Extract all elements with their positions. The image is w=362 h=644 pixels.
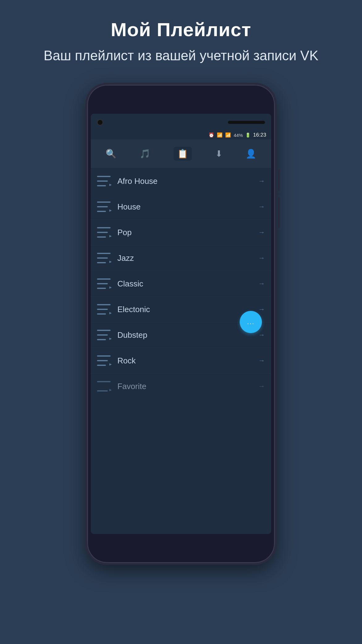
page-subtitle: Ваш плейлист из вашей учетной записи VK [25,47,337,64]
list-item[interactable]: Rock → ... [91,348,271,374]
fab-button[interactable]: ... [240,311,262,333]
playlist-item-icon [97,330,111,340]
arrow-icon: → [258,177,265,185]
phone-screen: ⏰ 📶 📶 44% 🔋 16:23 🔍 🎵 📋 ⬇ 👤 [91,114,271,534]
playlist-item-label: Dubstep [117,330,255,340]
playlist-item-icon [97,355,111,366]
playlist-item-label: Afro House [117,176,255,186]
header-section: Мой Плейлист Ваш плейлист из вашей учетн… [0,0,362,77]
playlist-item-label: Jazz [117,253,255,263]
arrow-icon: → [258,228,265,236]
tab-search[interactable]: 🔍 [101,146,121,161]
tab-bar: 🔍 🎵 📋 ⬇ 👤 [91,139,271,168]
battery-level: 44% [234,133,243,138]
speaker [228,121,265,124]
list-item[interactable]: Classic → [91,271,271,297]
playlist-content: Afro House → House → Pop → [91,168,271,534]
playlist-item-icon [97,304,111,315]
playlist-item-label: Electonic [117,305,255,314]
page-title: Мой Плейлист [25,19,337,40]
list-item[interactable]: Favorite → [91,374,271,399]
profile-icon: 👤 [246,149,256,159]
tab-playlist[interactable]: 📋 [169,144,197,163]
playlist-item-icon [97,278,111,289]
arrow-icon: → [258,331,265,339]
phone-top-bar [91,114,271,131]
list-item[interactable]: Pop → [91,220,271,245]
wifi-icon: 📶 [217,132,223,138]
camera [97,119,103,125]
list-item[interactable]: House → [91,194,271,220]
playlist-item-icon [97,253,111,263]
list-item[interactable]: Afro House → [91,168,271,194]
search-icon: 🔍 [106,149,116,159]
alarm-icon: ⏰ [208,132,214,138]
battery-icon: 🔋 [245,133,250,138]
playlist-item-label: Classic [117,279,255,289]
playlist-item-label: House [117,202,255,212]
tab-profile[interactable]: 👤 [241,146,261,161]
arrow-icon: → [258,382,265,390]
tab-download[interactable]: ⬇ [210,146,227,161]
music-icon: 🎵 [140,149,150,159]
phone-wrapper: ⏰ 📶 📶 44% 🔋 16:23 🔍 🎵 📋 ⬇ 👤 [85,83,277,565]
playlist-item-label: Favorite [117,382,255,391]
arrow-icon: → [258,305,265,313]
volume-up-button[interactable] [278,169,280,191]
playlist-item-label: Pop [117,228,255,237]
volume-down-button[interactable] [278,197,280,228]
download-icon: ⬇ [215,149,222,159]
playlist-item-label: Rock [117,356,255,366]
arrow-icon: → [258,254,265,262]
status-bar: ⏰ 📶 📶 44% 🔋 16:23 [91,131,271,139]
playlist-item-icon [97,201,111,212]
tab-music[interactable]: 🎵 [135,146,155,161]
fab-dots-icon: ... [247,318,255,326]
playlist-item-icon [97,176,111,186]
arrow-icon: → [258,357,265,365]
list-item[interactable]: Jazz → [91,245,271,271]
playlist-item-icon [97,227,111,238]
playlist-item-icon [97,381,111,392]
playlist-icon-tab: 📋 [174,147,192,161]
arrow-icon: → [258,203,265,211]
arrow-icon: → [258,280,265,288]
signal-icon: 📶 [225,132,231,138]
status-time: 16:23 [253,132,266,138]
